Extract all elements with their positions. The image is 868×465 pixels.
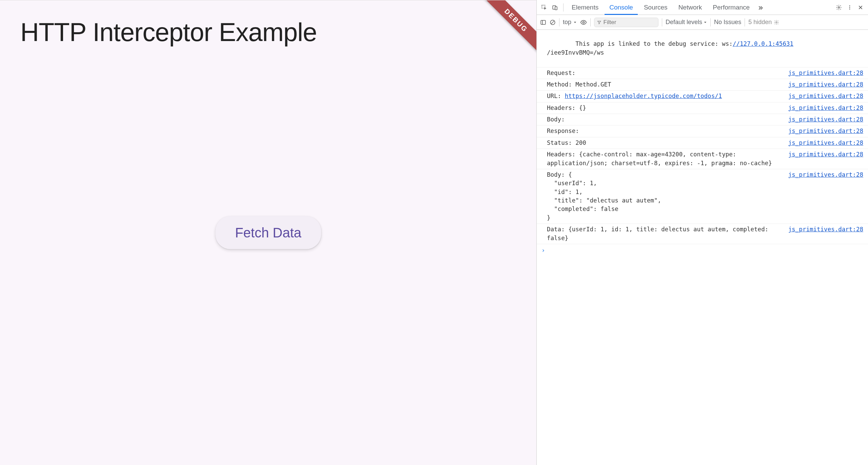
source-link[interactable]: js_primitives.dart:28 — [788, 116, 863, 123]
console-source: js_primitives.dart:28 — [788, 225, 863, 243]
console-row: Response:js_primitives.dart:28 — [537, 125, 868, 137]
source-link[interactable]: js_primitives.dart:28 — [788, 226, 863, 233]
debug-service-link[interactable]: //127.0.0.1:45631 — [733, 40, 793, 47]
svg-point-6 — [849, 8, 850, 9]
console-row: Data: {userId: 1, id: 1, title: delectus… — [537, 224, 868, 244]
filter-icon — [597, 20, 601, 25]
page-title: HTTP Interceptor Example — [20, 17, 317, 47]
console-message: Data: {userId: 1, id: 1, title: delectus… — [547, 225, 782, 243]
tab-network[interactable]: Network — [674, 0, 707, 15]
console-output[interactable]: This app is linked to the debug service:… — [537, 30, 868, 465]
filter-input[interactable] — [604, 19, 656, 26]
console-source: js_primitives.dart:28 — [788, 104, 863, 112]
app-pane: HTTP Interceptor Example Fetch Data DEBU… — [0, 0, 536, 465]
console-source: js_primitives.dart:28 — [788, 127, 863, 135]
chevron-down-icon — [573, 21, 577, 24]
console-row: Method: Method.GETjs_primitives.dart:28 — [537, 79, 868, 91]
devtools-panel: Elements Console Sources Network Perform… — [536, 0, 868, 465]
console-row: URL: https://jsonplaceholder.typicode.co… — [537, 91, 868, 102]
source-link[interactable]: js_primitives.dart:28 — [788, 93, 863, 99]
devtools-tabbar: Elements Console Sources Network Perform… — [537, 0, 868, 15]
tab-console[interactable]: Console — [605, 0, 638, 15]
tab-elements[interactable]: Elements — [567, 0, 603, 15]
source-link[interactable]: js_primitives.dart:28 — [788, 139, 863, 146]
console-message: Request: — [547, 69, 782, 77]
svg-rect-7 — [541, 20, 546, 24]
source-link[interactable]: js_primitives.dart:28 — [788, 171, 863, 178]
kebab-menu-icon[interactable] — [845, 3, 854, 12]
close-devtools-icon[interactable] — [856, 3, 865, 12]
filter-box[interactable] — [594, 18, 658, 27]
console-source: js_primitives.dart:28 — [788, 69, 863, 77]
log-levels-selector[interactable]: Default levels — [666, 19, 707, 26]
svg-point-11 — [583, 21, 585, 23]
console-message: URL: https://jsonplaceholder.typicode.co… — [547, 92, 782, 100]
console-source: js_primitives.dart:28 — [788, 92, 863, 100]
svg-point-3 — [838, 6, 840, 8]
console-link[interactable]: https://jsonplaceholder.typicode.com/tod… — [565, 93, 722, 99]
hidden-label: 5 hidden — [748, 19, 772, 26]
console-message: Body: { "userId": 1, "id": 1, "title": "… — [547, 171, 782, 222]
source-link[interactable]: js_primitives.dart:28 — [788, 81, 863, 88]
console-source: js_primitives.dart:28 — [788, 115, 863, 124]
svg-rect-2 — [555, 6, 557, 9]
toggle-sidebar-icon[interactable] — [540, 19, 546, 25]
device-toolbar-icon[interactable] — [550, 3, 560, 12]
console-row: Body: { "userId": 1, "id": 1, "title": "… — [537, 169, 868, 224]
console-row: Headers: {cache-control: max-age=43200, … — [537, 149, 868, 169]
console-row: Request:js_primitives.dart:28 — [537, 67, 868, 79]
inspect-element-icon[interactable] — [539, 3, 549, 12]
settings-icon[interactable] — [834, 3, 844, 12]
console-message: Response: — [547, 127, 782, 135]
console-message: Headers: {cache-control: max-age=43200, … — [547, 150, 782, 168]
fetch-data-button[interactable]: Fetch Data — [215, 216, 321, 249]
debug-ribbon: DEBUG — [480, 0, 536, 56]
issues-label[interactable]: No Issues — [714, 19, 741, 26]
live-expression-icon[interactable] — [580, 19, 587, 26]
console-message: This app is linked to the debug service:… — [547, 31, 863, 66]
more-tabs-icon[interactable] — [756, 3, 765, 12]
console-row: Body:js_primitives.dart:28 — [537, 114, 868, 125]
console-row: Status: 200js_primitives.dart:28 — [537, 137, 868, 149]
chevron-down-icon — [704, 21, 707, 24]
source-link[interactable]: js_primitives.dart:28 — [788, 151, 863, 158]
source-link[interactable]: js_primitives.dart:28 — [788, 70, 863, 76]
console-row: This app is linked to the debug service:… — [537, 30, 868, 67]
tab-performance[interactable]: Performance — [708, 0, 754, 15]
source-link[interactable]: js_primitives.dart:28 — [788, 128, 863, 134]
console-message: Status: 200 — [547, 139, 782, 147]
source-link[interactable]: js_primitives.dart:28 — [788, 104, 863, 111]
console-source: js_primitives.dart:28 — [788, 80, 863, 89]
svg-point-5 — [849, 7, 850, 8]
console-prompt[interactable]: › — [537, 244, 868, 257]
console-source: js_primitives.dart:28 — [788, 139, 863, 147]
console-source: js_primitives.dart:28 — [788, 171, 863, 222]
console-message: Method: Method.GET — [547, 80, 782, 89]
console-toolbar: top Default levels No Issues 5 hidden — [537, 15, 868, 30]
gear-icon — [774, 20, 779, 25]
clear-console-icon[interactable] — [550, 19, 556, 25]
svg-point-12 — [776, 22, 777, 23]
context-label: top — [563, 19, 571, 26]
hidden-messages[interactable]: 5 hidden — [748, 19, 779, 26]
tab-sources[interactable]: Sources — [639, 0, 672, 15]
svg-point-4 — [849, 5, 850, 6]
console-source: js_primitives.dart:28 — [788, 150, 863, 168]
execution-context-selector[interactable]: top — [563, 19, 577, 26]
levels-label: Default levels — [666, 19, 702, 26]
console-row: Headers: {}js_primitives.dart:28 — [537, 102, 868, 114]
console-message: Body: — [547, 115, 782, 124]
svg-line-10 — [551, 21, 554, 24]
console-message: Headers: {} — [547, 104, 782, 112]
